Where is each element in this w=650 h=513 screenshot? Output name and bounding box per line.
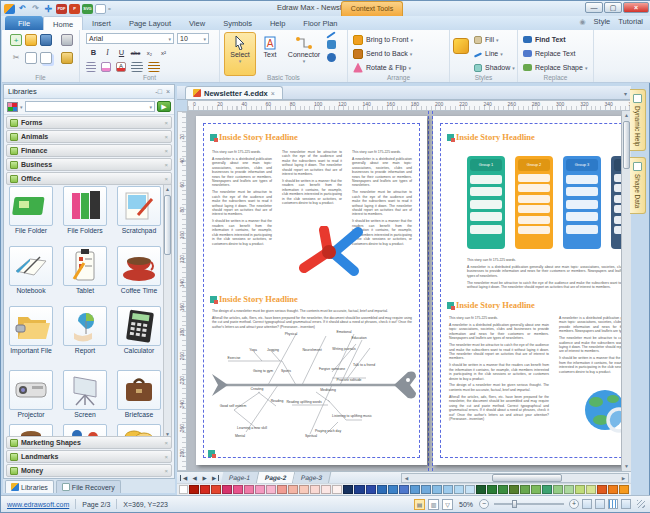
font-family-select[interactable]: Arial▾	[86, 33, 174, 44]
palette-color[interactable]	[597, 485, 607, 494]
find-text-button[interactable]: Find Text	[535, 33, 566, 46]
palette-color[interactable]	[575, 485, 585, 494]
palette-color[interactable]	[321, 485, 331, 494]
group-column-3[interactable]: Group 3	[563, 156, 601, 249]
palette-color[interactable]	[266, 485, 276, 494]
library-go-button[interactable]: ▶	[157, 101, 171, 112]
last-page-icon[interactable]: ▶	[210, 475, 219, 481]
save-icon[interactable]	[40, 34, 52, 46]
tab-libraries[interactable]: Libraries	[5, 480, 54, 493]
zoom-slider[interactable]	[494, 503, 564, 505]
replace-shape-button[interactable]: Replace Shape▾	[535, 61, 587, 74]
palette-color[interactable]	[476, 485, 486, 494]
close-icon[interactable]: ×	[164, 162, 168, 168]
tab-page-2[interactable]: Page-2	[257, 472, 296, 484]
subscript-button[interactable]: x₂	[144, 48, 155, 58]
shape-screen[interactable]: Screen	[60, 370, 110, 418]
cut-icon[interactable]: ✂	[10, 52, 22, 64]
shape-projector[interactable]: Projector	[6, 370, 56, 418]
filter-view-icon[interactable]: ▽	[442, 499, 453, 510]
tab-dynamic-help[interactable]: Dynamic Help	[630, 89, 646, 151]
export-svg-icon[interactable]: SVG	[82, 4, 93, 14]
palette-color[interactable]	[465, 485, 475, 494]
close-icon[interactable]: ×	[164, 134, 168, 140]
tab-shape-data[interactable]: Shape Data	[630, 157, 646, 213]
maximize-button[interactable]: ▢	[604, 2, 622, 13]
scroll-left-icon[interactable]: ◀	[402, 476, 411, 481]
palette-color[interactable]	[564, 485, 574, 494]
palette-color[interactable]	[410, 485, 420, 494]
underline-button[interactable]: U	[116, 48, 127, 58]
tutorial-menu[interactable]: Tutorial	[618, 17, 643, 26]
connector-tool-button[interactable]: Connector ▾	[284, 32, 324, 76]
tab-page-3[interactable]: Page-3	[293, 472, 332, 484]
close-document-icon[interactable]: ×	[271, 90, 275, 97]
palette-color[interactable]	[299, 485, 309, 494]
context-tools-tab[interactable]: Context Tools	[341, 1, 403, 16]
bold-button[interactable]: B	[88, 48, 99, 58]
tab-symbols[interactable]: Symbols	[214, 16, 261, 30]
tab-file-recovery[interactable]: File Recovery	[56, 480, 121, 493]
close-icon[interactable]: ×	[164, 440, 168, 446]
zoom-out-icon[interactable]: −	[479, 499, 489, 509]
palette-color[interactable]	[200, 485, 210, 494]
minimize-button[interactable]: —	[585, 2, 603, 13]
library-group-forms[interactable]: Forms×	[6, 116, 172, 129]
new-document-icon[interactable]	[95, 4, 106, 14]
export-pdf-icon[interactable]: PDF	[56, 4, 67, 14]
next-page-icon[interactable]: ▶	[200, 475, 209, 481]
replace-text-button[interactable]: Replace Text	[535, 47, 575, 60]
palette-color[interactable]	[520, 485, 530, 494]
tab-help[interactable]: Help	[261, 16, 294, 30]
close-icon[interactable]: ×	[164, 120, 168, 126]
story-headline[interactable]: Inside Story Headline	[210, 132, 298, 142]
story-column[interactable]: This story can fit 175-225 words.A newsl…	[212, 150, 272, 248]
palette-color[interactable]	[354, 485, 364, 494]
library-picker-icon[interactable]	[7, 102, 18, 112]
pin-icon[interactable]: -□	[155, 88, 162, 95]
zoom-in-icon[interactable]: +	[569, 499, 579, 509]
strikethrough-button[interactable]: abc	[130, 48, 141, 58]
close-panel-icon[interactable]: ×	[166, 88, 170, 95]
tab-view[interactable]: View	[180, 16, 214, 30]
palette-color[interactable]	[619, 485, 629, 494]
first-page-icon[interactable]: ◀	[180, 475, 189, 481]
print-icon[interactable]	[61, 34, 73, 46]
tab-page-1[interactable]: Page-1	[221, 472, 260, 484]
story-headline[interactable]: Inside Story Headline	[447, 132, 535, 142]
tab-file[interactable]: File	[5, 16, 43, 30]
library-group-money[interactable]: Money×	[6, 464, 172, 477]
fit-to-window-icon[interactable]	[582, 499, 592, 509]
close-icon[interactable]: ×	[164, 468, 168, 474]
shape-tablet[interactable]: Tablet	[60, 246, 110, 294]
shape-important-file[interactable]: Important File	[6, 306, 56, 354]
palette-color[interactable]	[189, 485, 199, 494]
shape-file-folders[interactable]: File Folders	[60, 186, 110, 234]
text-tool-button[interactable]: A Text	[258, 32, 282, 76]
palette-color[interactable]	[454, 485, 464, 494]
scrollbar-thumb[interactable]	[492, 474, 562, 482]
story-column[interactable]: This story can fit 175-225 words.A newsl…	[449, 316, 549, 424]
palette-color[interactable]	[332, 485, 342, 494]
move-tool-icon[interactable]: ✛	[43, 4, 54, 14]
document-tab[interactable]: Newsletter 4.eddx ×	[185, 86, 283, 99]
story-column[interactable]: The newsletter must be attractive to cat…	[282, 150, 342, 208]
palette-color[interactable]	[586, 485, 596, 494]
style-menu[interactable]: Style	[594, 17, 611, 26]
line-spacing-icon[interactable]	[86, 62, 96, 72]
prev-page-icon[interactable]: ◀	[190, 475, 199, 481]
scroll-up-icon[interactable]: ▲	[164, 185, 171, 194]
palette-color[interactable]	[542, 485, 552, 494]
page-view-icon[interactable]: ▥	[428, 499, 439, 510]
superscript-button[interactable]: x²	[158, 48, 169, 58]
close-icon[interactable]: ×	[164, 148, 168, 154]
palette-color[interactable]	[509, 485, 519, 494]
palette-color[interactable]	[244, 485, 254, 494]
font-color-icon[interactable]: A	[116, 62, 126, 72]
story-headline[interactable]: Inside Story Headline	[210, 294, 298, 304]
qat-more-icon[interactable]: =	[108, 6, 111, 12]
palette-color[interactable]	[288, 485, 298, 494]
library-group-business[interactable]: Business×	[6, 158, 172, 171]
line-tool-icon[interactable]	[326, 31, 335, 38]
rectangle-tool-icon[interactable]	[327, 40, 336, 49]
